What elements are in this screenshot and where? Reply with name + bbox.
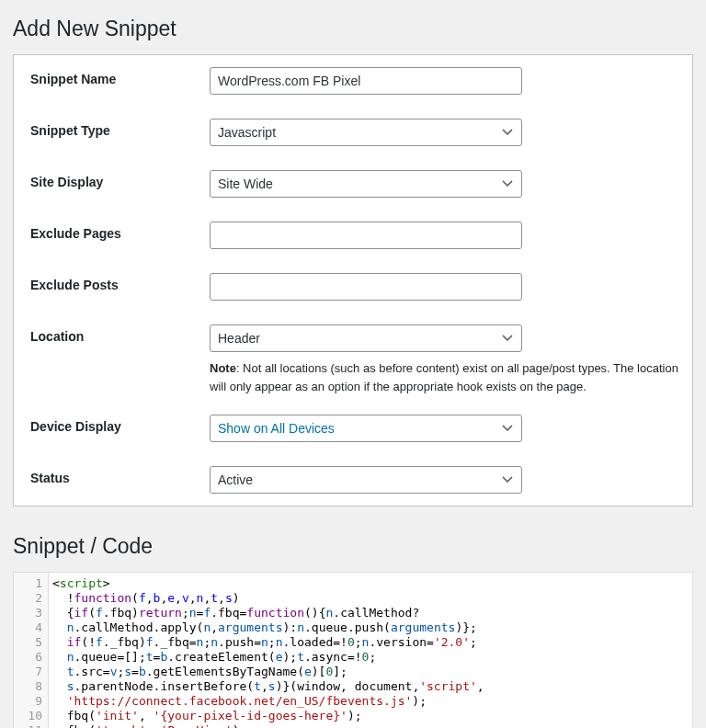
label-snippet-name: Snippet Name [30, 67, 210, 86]
code-line[interactable]: fbq('init', '{your-pixel-id-goes-here}')… [49, 709, 692, 723]
code-lines[interactable]: <script> !function(f,b,e,v,n,t,s) {if(f.… [49, 573, 692, 728]
snippet-name-input[interactable] [210, 67, 522, 95]
note-label: Note [210, 361, 236, 375]
location-note: Note: Not all locations (such as before … [210, 359, 678, 395]
label-exclude-pages: Exclude Pages [30, 222, 210, 241]
label-exclude-posts: Exclude Posts [30, 273, 210, 292]
row-device-display: Device Display Show on All Devices [14, 407, 692, 454]
row-exclude-pages: Exclude Pages [14, 210, 692, 261]
row-site-display: Site Display Site Wide [14, 158, 692, 210]
label-status: Status [30, 466, 210, 485]
code-line[interactable]: <script> [49, 576, 692, 591]
code-section-title: Snippet / Code [13, 506, 693, 572]
exclude-pages-input[interactable] [210, 222, 522, 249]
site-display-select[interactable]: Site Wide [210, 170, 522, 198]
row-snippet-type: Snippet Type Javascript [14, 107, 692, 158]
snippet-settings-panel: Snippet Name Snippet Type Javascript Sit… [13, 54, 693, 506]
code-line[interactable]: s.parentNode.insertBefore(t,s)}(window, … [49, 679, 692, 694]
note-text: : Not all locations (such as before cont… [210, 361, 678, 393]
label-snippet-type: Snippet Type [30, 119, 210, 138]
location-select[interactable]: Header [210, 324, 522, 352]
code-gutter: 123456789101112 [14, 573, 49, 728]
status-select[interactable]: Active [210, 466, 522, 494]
code-line[interactable]: if(!f._fbq)f._fbq=n;n.push=n;n.loaded=!0… [49, 635, 692, 650]
code-line[interactable]: !function(f,b,e,v,n,t,s) [49, 591, 692, 606]
code-line[interactable]: n.callMethod.apply(n,arguments):n.queue.… [49, 620, 692, 635]
row-exclude-posts: Exclude Posts [14, 261, 692, 313]
exclude-posts-input[interactable] [210, 273, 522, 301]
code-line[interactable]: {if(f.fbq)return;n=f.fbq=function(){n.ca… [49, 606, 692, 620]
code-line[interactable]: n.queue=[];t=b.createElement(e);t.async=… [49, 650, 692, 665]
code-line[interactable]: 'https://connect.facebook.net/en_US/fbev… [49, 694, 692, 709]
label-site-display: Site Display [30, 170, 210, 189]
row-snippet-name: Snippet Name [14, 55, 692, 107]
snippet-type-select[interactable]: Javascript [210, 119, 522, 146]
device-display-select[interactable]: Show on All Devices [210, 415, 522, 442]
code-line[interactable]: fbq('track', 'PageView'); [49, 723, 692, 728]
label-device-display: Device Display [30, 415, 210, 434]
code-editor[interactable]: 123456789101112 <script> !function(f,b,e… [13, 572, 693, 728]
label-location: Location [30, 324, 210, 344]
row-status: Status Active [14, 454, 692, 506]
code-line[interactable]: t.src=v;s=b.getElementsByTagName(e)[0]; [49, 665, 692, 679]
page-title: Add New Snippet [13, 0, 693, 54]
row-location: Location Header Note: Not all locations … [14, 313, 692, 407]
